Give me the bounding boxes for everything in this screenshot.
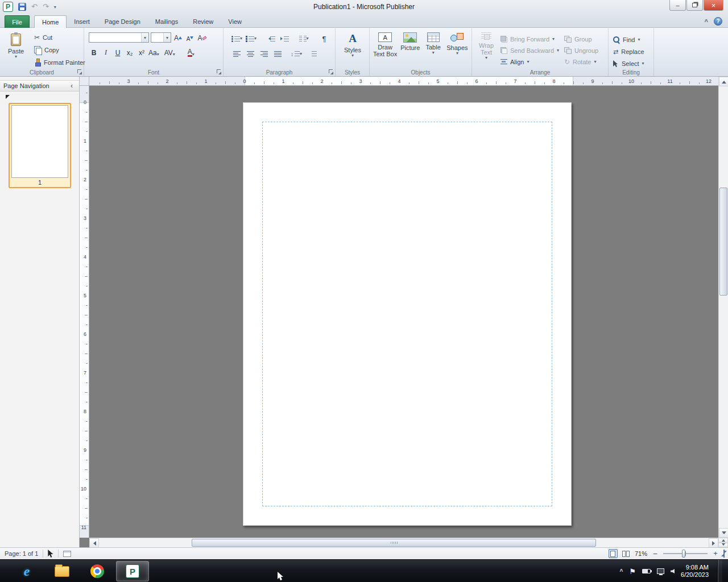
subscript-button[interactable]: x₂ [125, 47, 135, 57]
font-color-button[interactable]: A▾ [186, 47, 196, 57]
draw-text-box-button[interactable]: A Draw Text Box [372, 30, 398, 66]
styles-button[interactable]: A Styles ▾ [338, 30, 367, 66]
page-indicator[interactable]: Page: 1 of 1 [5, 550, 38, 557]
help-button[interactable]: ? [714, 17, 722, 26]
tab-page-design[interactable]: Page Design [97, 15, 148, 28]
line-spacing-button[interactable]: ↕▾ [291, 49, 302, 59]
wrap-text-button[interactable]: Wrap Text ▾ [474, 30, 498, 66]
next-page-button[interactable] [718, 543, 728, 548]
zoom-slider-thumb[interactable] [682, 550, 685, 558]
tab-view[interactable]: View [221, 15, 249, 28]
align-button[interactable]: Align▾ [498, 56, 562, 67]
tab-mailings[interactable]: Mailings [148, 15, 185, 28]
horizontal-scrollbar[interactable] [89, 538, 718, 547]
vertical-ruler[interactable]: 01234567891011 [80, 86, 89, 538]
shrink-font-button[interactable]: A [185, 32, 195, 43]
taskbar-internet-explorer[interactable]: e [10, 561, 43, 581]
two-page-spread-button[interactable] [622, 549, 631, 558]
taskbar-clock[interactable]: 9:08 AM 6/20/2023 [681, 564, 711, 579]
justify-button[interactable] [272, 49, 283, 59]
minimize-ribbon-button[interactable]: ^ [705, 18, 708, 25]
columns-button[interactable]: ▾ [299, 34, 309, 44]
vertical-scrollbar[interactable] [718, 77, 728, 538]
pages-expander-icon[interactable] [6, 95, 10, 99]
taskbar-chrome[interactable] [81, 561, 114, 581]
rotate-button[interactable]: ↻Rotate▾ [562, 56, 605, 67]
scroll-right-button[interactable] [709, 538, 718, 548]
zoom-level[interactable]: 71% [635, 550, 647, 557]
single-page-view-button[interactable] [609, 549, 618, 558]
scroll-left-button[interactable] [89, 538, 99, 548]
action-center-icon[interactable]: ⚑ [629, 567, 636, 576]
bring-forward-button[interactable]: Bring Forward▾ [498, 34, 562, 45]
group-button[interactable]: Group [562, 34, 605, 45]
shapes-button[interactable]: Shapes ▾ [444, 30, 470, 66]
find-button[interactable]: Find▾ [611, 34, 652, 45]
publication-canvas[interactable] [89, 86, 718, 538]
ruler-tick [196, 82, 197, 84]
volume-icon[interactable] [671, 569, 675, 573]
clear-formatting-button[interactable]: A [197, 32, 207, 43]
scroll-down-button[interactable] [719, 528, 728, 538]
send-backward-button[interactable]: Send Backward▾ [498, 45, 562, 56]
align-center-button[interactable] [245, 49, 255, 59]
horizontal-scrollbar-thumb[interactable] [192, 539, 596, 547]
align-right-button[interactable] [259, 49, 269, 59]
paragraph-dialog-launcher[interactable] [327, 68, 334, 75]
ungroup-button[interactable]: Ungroup [562, 45, 605, 56]
publication-page[interactable] [243, 102, 572, 526]
fit-page-button[interactable] [723, 550, 725, 557]
show-desktop-button[interactable] [717, 560, 722, 582]
copy-button[interactable]: Copy [32, 44, 88, 56]
previous-page-button[interactable] [718, 538, 728, 543]
zoom-in-button[interactable]: + [712, 550, 719, 558]
page-thumbnail-selected[interactable]: 1 [9, 103, 71, 188]
vertical-scrollbar-thumb[interactable] [719, 188, 727, 296]
tab-file[interactable]: File [5, 15, 30, 28]
zoom-out-button[interactable]: – [651, 550, 659, 558]
replace-button[interactable]: ⇄Replace [611, 46, 652, 57]
font-name-combo[interactable]: ▾ [89, 32, 149, 43]
underline-button[interactable]: U [113, 47, 123, 57]
picture-button[interactable]: Picture [398, 30, 422, 66]
tab-review[interactable]: Review [185, 15, 221, 28]
bold-button[interactable]: B [89, 47, 99, 57]
format-painter-button[interactable]: Format Painter [32, 57, 88, 68]
horizontal-ruler[interactable]: 3210123456789101112 [89, 77, 718, 86]
taskbar-file-explorer[interactable] [46, 561, 78, 581]
ruler-number: 1 [204, 79, 207, 84]
decrease-indent-button[interactable] [266, 34, 276, 44]
battery-icon[interactable] [642, 569, 651, 573]
paste-button[interactable]: Paste ▾ [3, 31, 28, 69]
tab-insert[interactable]: Insert [67, 15, 97, 28]
numbering-button[interactable]: ▾ [246, 34, 257, 44]
ruler-tick [86, 267, 88, 267]
taskbar-publisher-active[interactable]: P [116, 561, 149, 581]
minimize-button[interactable]: – [669, 0, 686, 11]
special-characters-button[interactable]: ¶ [319, 34, 329, 44]
select-button[interactable]: Select▾ [611, 58, 652, 69]
scroll-up-button[interactable] [719, 77, 728, 86]
clipboard-dialog-launcher[interactable] [76, 68, 82, 75]
change-case-button[interactable]: Aa▾ [148, 47, 159, 57]
font-size-combo[interactable]: ▾ [151, 32, 171, 43]
bullets-button[interactable]: ▾ [231, 34, 242, 44]
font-dialog-launcher[interactable] [215, 68, 222, 75]
network-icon[interactable] [657, 568, 664, 574]
cut-button[interactable]: ✂ Cut [32, 32, 88, 43]
restore-button[interactable] [686, 0, 703, 11]
italic-button[interactable]: I [101, 47, 111, 57]
table-button[interactable]: Table ▾ [422, 30, 444, 66]
align-left-button[interactable] [231, 49, 242, 59]
grow-font-button[interactable]: A [173, 32, 183, 43]
superscript-button[interactable]: x² [136, 47, 147, 57]
paragraph-spacing-button[interactable] [309, 49, 319, 59]
increase-indent-button[interactable] [279, 34, 289, 44]
collapse-panel-button[interactable]: ‹ [68, 82, 76, 90]
close-button[interactable]: × [704, 0, 723, 11]
tab-home[interactable]: Home [34, 15, 67, 28]
folder-icon [55, 566, 69, 577]
show-hidden-icons-button[interactable]: ^ [620, 568, 623, 575]
zoom-slider[interactable] [663, 550, 708, 558]
character-spacing-button[interactable]: AV▾ [164, 47, 175, 57]
